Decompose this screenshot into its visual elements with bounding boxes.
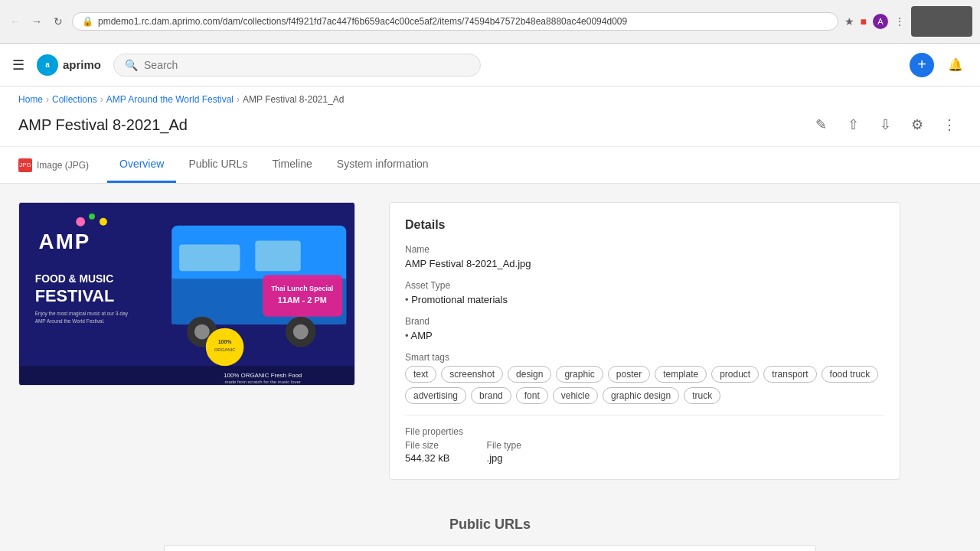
- header-right: + 🔔: [910, 53, 968, 77]
- divider: [405, 415, 884, 416]
- smart-tag[interactable]: brand: [471, 387, 511, 404]
- file-type-text: Image (JPG): [37, 160, 89, 171]
- breadcrumb: Home › Collections › AMP Around the Worl…: [0, 86, 980, 109]
- file-type-detail-value: .jpg: [487, 452, 521, 464]
- public-urls-box: There are currently no publicly availabl…: [164, 545, 816, 551]
- public-urls-empty-message: There are currently no publicly availabl…: [165, 546, 815, 551]
- notifications-button[interactable]: 🔔: [943, 53, 968, 77]
- details-heading: Details: [405, 218, 884, 232]
- smart-tag[interactable]: food truck: [822, 366, 879, 383]
- smart-tag[interactable]: vehicle: [553, 387, 598, 404]
- smart-tag[interactable]: screenshot: [441, 366, 503, 383]
- settings-button[interactable]: ⚙: [905, 112, 929, 137]
- tabs-row: JPG Image (JPG) Overview Public URLs Tim…: [0, 147, 980, 184]
- download-button[interactable]: ⇩: [873, 112, 897, 137]
- svg-rect-24: [20, 366, 354, 385]
- smart-tag[interactable]: graphic design: [603, 387, 679, 404]
- asset-image-wrapper: AMP FOOD & MUSIC FESTIVAL Thai Lunch Spe…: [18, 202, 355, 386]
- svg-point-4: [194, 324, 210, 340]
- svg-point-11: [76, 217, 85, 227]
- svg-point-6: [293, 324, 309, 340]
- smart-tag[interactable]: template: [655, 366, 707, 383]
- breadcrumb-current: AMP Festival 8-2021_Ad: [243, 94, 345, 105]
- page-title-row: AMP Festival 8-2021_Ad ✎ ⇧ ⇩ ⚙ ⋮: [0, 109, 980, 147]
- file-size-value: 544.32 kB: [405, 452, 450, 464]
- lock-icon: 🔒: [82, 16, 93, 27]
- smart-tag[interactable]: design: [508, 366, 551, 383]
- extensions-icon[interactable]: ■: [861, 15, 867, 28]
- browser-chrome: ← → ↻ 🔒 pmdemo1.rc.dam.aprimo.com/dam/co…: [0, 0, 980, 44]
- svg-text:100%: 100%: [218, 339, 232, 344]
- star-icon[interactable]: ★: [844, 15, 854, 28]
- profile-icon[interactable]: A: [873, 14, 888, 29]
- svg-text:FESTIVAL: FESTIVAL: [35, 286, 115, 305]
- browser-back-btn[interactable]: ←: [8, 14, 23, 29]
- svg-text:AMP Around the World Festival.: AMP Around the World Festival.: [35, 318, 105, 324]
- svg-text:ORGANIC: ORGANIC: [214, 347, 236, 352]
- smart-tag[interactable]: poster: [608, 366, 650, 383]
- page-body: Home › Collections › AMP Around the Worl…: [0, 86, 980, 551]
- search-icon: 🔍: [125, 59, 138, 71]
- asset-image-column: AMP FOOD & MUSIC FESTIVAL Thai Lunch Spe…: [18, 202, 371, 480]
- more-button[interactable]: ⋮: [937, 112, 962, 137]
- public-urls-heading: Public URLs: [164, 517, 816, 533]
- hamburger-menu-button[interactable]: ☰: [12, 57, 24, 73]
- title-actions: ✎ ⇧ ⇩ ⚙ ⋮: [808, 112, 962, 137]
- smart-tag[interactable]: text: [405, 366, 436, 383]
- svg-text:AMP: AMP: [39, 230, 91, 253]
- smart-tag[interactable]: advertising: [405, 387, 466, 404]
- breadcrumb-sep-1: ›: [46, 94, 49, 105]
- svg-text:made from scratch for the musi: made from scratch for the music lover: [225, 380, 301, 384]
- file-type-icon: JPG: [18, 158, 32, 172]
- smart-tag[interactable]: transport: [763, 366, 816, 383]
- app-header: ☰ a aprimo 🔍 + 🔔: [0, 44, 980, 86]
- file-size-label: File size: [405, 440, 450, 451]
- tab-overview[interactable]: Overview: [107, 147, 176, 183]
- file-type-detail-label: File type: [487, 440, 521, 451]
- asset-type-label: Asset Type: [405, 280, 884, 291]
- asset-preview-image: AMP FOOD & MUSIC FESTIVAL Thai Lunch Spe…: [19, 203, 354, 385]
- page-title: AMP Festival 8-2021_Ad: [18, 116, 808, 134]
- smart-tag[interactable]: graphic: [556, 366, 603, 383]
- search-bar[interactable]: 🔍: [113, 54, 481, 77]
- svg-text:Enjoy the most magical music a: Enjoy the most magical music at our 3-da…: [35, 311, 129, 317]
- logo-icon: a: [37, 54, 58, 76]
- brand-value: • AMP: [405, 330, 884, 341]
- asset-type-value: • Promotional materials: [405, 294, 884, 305]
- smart-tag[interactable]: product: [711, 366, 759, 383]
- app-logo: a aprimo: [37, 54, 101, 76]
- public-urls-section: Public URLs There are currently no publi…: [145, 498, 835, 551]
- breadcrumb-collections[interactable]: Collections: [52, 94, 97, 105]
- tab-timeline[interactable]: Timeline: [260, 147, 324, 183]
- breadcrumb-sep-3: ›: [237, 94, 240, 105]
- share-button[interactable]: ⇧: [841, 112, 865, 137]
- svg-rect-8: [179, 245, 240, 272]
- svg-text:11AM - 2 PM: 11AM - 2 PM: [278, 295, 327, 305]
- tab-system-information[interactable]: System information: [325, 147, 441, 183]
- smart-tag[interactable]: truck: [684, 387, 720, 404]
- screenshare-preview: [911, 6, 972, 37]
- svg-rect-7: [255, 241, 301, 272]
- file-properties-label: File properties: [405, 426, 884, 437]
- brand-text: AMP: [410, 330, 432, 341]
- search-input[interactable]: [144, 59, 469, 71]
- menu-icon[interactable]: ⋮: [894, 15, 905, 28]
- svg-text:100% ORGANIC  Fresh Food: 100% ORGANIC Fresh Food: [224, 372, 302, 379]
- file-size-prop: File size 544.32 kB: [405, 440, 450, 464]
- breadcrumb-home[interactable]: Home: [18, 94, 43, 105]
- smart-tag[interactable]: font: [516, 387, 548, 404]
- edit-button[interactable]: ✎: [808, 112, 833, 137]
- browser-forward-btn[interactable]: →: [29, 14, 44, 29]
- tab-public-urls[interactable]: Public URLs: [176, 147, 260, 183]
- smart-tags-container: textscreenshotdesigngraphicpostertemplat…: [405, 366, 884, 404]
- main-content: AMP FOOD & MUSIC FESTIVAL Thai Lunch Spe…: [0, 184, 919, 498]
- svg-point-12: [89, 214, 95, 220]
- breadcrumb-sep-2: ›: [100, 94, 103, 105]
- browser-refresh-btn[interactable]: ↻: [51, 14, 66, 29]
- browser-address-bar: 🔒 pmdemo1.rc.dam.aprimo.com/dam/collecti…: [72, 12, 838, 31]
- svg-text:FOOD & MUSIC: FOOD & MUSIC: [35, 272, 114, 285]
- svg-point-13: [100, 218, 107, 226]
- breadcrumb-festival[interactable]: AMP Around the World Festival: [106, 94, 234, 105]
- add-button[interactable]: +: [910, 53, 934, 77]
- name-label: Name: [405, 244, 884, 255]
